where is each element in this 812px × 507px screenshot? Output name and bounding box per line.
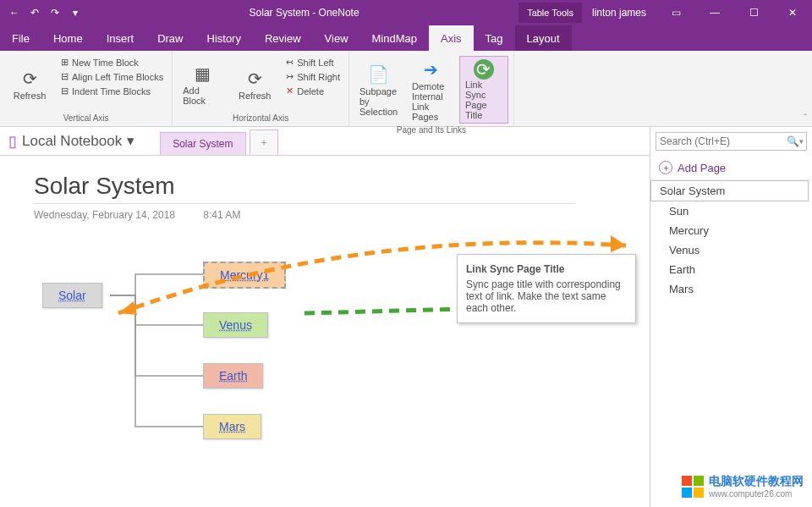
add-block-label: Add Block <box>183 85 222 106</box>
tab-mindmap[interactable]: MindMap <box>360 25 429 51</box>
refresh-label: Refresh <box>14 91 47 101</box>
redo-icon[interactable]: ↷ <box>47 7 63 19</box>
search-input[interactable] <box>660 135 787 147</box>
refresh-button[interactable]: ⟳ Refresh <box>5 56 54 112</box>
demote-icon: ➔ <box>420 58 443 81</box>
watermark: 电脑软硬件教程网 www.computer26.com <box>682 474 804 499</box>
arrow-right-icon: ↣ <box>286 71 294 82</box>
tab-draw[interactable]: Draw <box>145 25 195 51</box>
align-left-button[interactable]: ⊟Align Left Time Blocks <box>58 70 167 83</box>
tab-tag[interactable]: Tag <box>474 25 515 51</box>
window-title: Solar System - OneNote <box>90 7 518 19</box>
refresh-icon: ⟳ <box>18 67 41 91</box>
search-icon[interactable]: 🔍 <box>787 135 799 147</box>
arrow-left-icon: ↢ <box>286 57 294 68</box>
add-block-icon: ▦ <box>190 62 214 85</box>
notebook-icon: ▯ <box>8 132 17 151</box>
link-sync-label: Link Sync Page Title <box>465 80 502 120</box>
subpage-by-selection-button[interactable]: 📄 Subpage by Selection <box>354 56 403 124</box>
svg-marker-1 <box>611 235 626 252</box>
shift-left-label: Shift Left <box>297 58 333 68</box>
page-date: Wednesday, February 14, 2018 <box>34 209 175 221</box>
add-page-label: Add Page <box>678 162 726 174</box>
delete-icon: ✕ <box>286 85 294 96</box>
tooltip-link-sync: Link Sync Page Title Sync page title wit… <box>457 254 636 323</box>
node-mars[interactable]: Mars <box>203 414 261 439</box>
chevron-down-icon: ▾ <box>127 132 134 150</box>
tab-review[interactable]: Review <box>253 25 313 51</box>
page-time: 8:41 AM <box>203 209 240 221</box>
user-name[interactable]: linton james <box>582 7 656 19</box>
undo-icon[interactable]: ↶ <box>27 7 42 19</box>
page-item-mercury[interactable]: Mercury <box>650 221 812 240</box>
indent-blocks-icon: ⊟ <box>61 85 69 96</box>
ribbon-tabs: File Home Insert Draw History Review Vie… <box>0 25 812 51</box>
indent-icon: ⊞ <box>61 57 69 68</box>
delete-label: Delete <box>297 86 324 96</box>
new-time-block-label: New Time Block <box>72 58 139 68</box>
tab-view[interactable]: View <box>313 25 360 51</box>
section-tab-solar-system[interactable]: Solar System <box>160 132 245 155</box>
shift-right-button[interactable]: ↣Shift Right <box>283 70 343 83</box>
plus-icon: ＋ <box>659 161 672 174</box>
page-title[interactable]: Solar System <box>34 173 575 204</box>
indent-time-blocks-button[interactable]: ⊟Indent Time Blocks <box>58 85 167 97</box>
titlebar: ← ↶ ↷ ▾ Solar System - OneNote Table Too… <box>0 0 812 25</box>
back-icon[interactable]: ← <box>7 7 22 19</box>
new-time-block-button[interactable]: ⊞New Time Block <box>58 56 167 69</box>
tab-history[interactable]: History <box>195 25 253 51</box>
refresh-h-label: Refresh <box>239 91 272 101</box>
link-sync-page-title-button[interactable]: ⟳ Link Sync Page Title <box>459 56 508 124</box>
tooltip-title: Link Sync Page Title <box>466 263 627 275</box>
collapse-ribbon-icon[interactable]: ˆ <box>804 113 807 123</box>
ribbon: ⟳ Refresh ⊞New Time Block ⊟Align Left Ti… <box>0 51 812 127</box>
add-section-tab[interactable]: ＋ <box>250 130 278 155</box>
delete-button[interactable]: ✕Delete <box>283 85 343 97</box>
search-box[interactable]: 🔍▾ <box>656 132 807 151</box>
page-item-venus[interactable]: Venus <box>650 240 812 260</box>
refresh-horizontal-button[interactable]: ⟳ Refresh <box>230 56 279 112</box>
sync-icon: ⟳ <box>474 59 494 80</box>
align-left-label: Align Left Time Blocks <box>72 72 163 82</box>
group-vertical-axis: Vertical Axis <box>5 112 167 124</box>
tab-file[interactable]: File <box>0 25 41 51</box>
subpage-label: Subpage by Selection <box>359 86 398 117</box>
close-icon[interactable]: ✕ <box>773 7 812 19</box>
contextual-tab-label: Table Tools <box>518 3 582 23</box>
qat-dropdown-icon[interactable]: ▾ <box>68 7 83 19</box>
watermark-url: www.computer26.com <box>709 489 804 499</box>
shift-left-button[interactable]: ↢Shift Left <box>283 56 343 69</box>
align-icon: ⊟ <box>61 71 69 82</box>
page-item-sun[interactable]: Sun <box>650 201 812 221</box>
notebook-name: Local Notebook <box>22 133 122 150</box>
ribbon-options-icon[interactable]: ▭ <box>656 7 695 19</box>
tooltip-body: Sync page title with corresponding text … <box>466 278 627 314</box>
add-block-button[interactable]: ▦ Add Block <box>178 56 227 112</box>
node-solar[interactable]: Solar <box>42 283 102 308</box>
node-mercury[interactable]: Mercury1 <box>203 262 286 289</box>
watermark-logo-icon <box>682 476 704 498</box>
watermark-text: 电脑软硬件教程网 <box>709 474 804 489</box>
search-dropdown-icon[interactable]: ▾ <box>799 137 804 146</box>
notebook-selector[interactable]: ▯ Local Notebook ▾ <box>0 132 143 151</box>
tab-axis[interactable]: Axis <box>429 25 474 51</box>
page-item-earth[interactable]: Earth <box>650 260 812 279</box>
svg-marker-0 <box>118 301 137 315</box>
node-earth[interactable]: Earth <box>203 363 263 389</box>
maximize-icon[interactable]: ☐ <box>734 7 773 19</box>
tab-layout[interactable]: Layout <box>515 25 572 51</box>
tab-home[interactable]: Home <box>41 25 95 51</box>
page-list: Solar System Sun Mercury Venus Earth Mar… <box>650 180 812 299</box>
group-horizontal-axis: Horizontal Axis <box>178 112 343 124</box>
page-icon: 📄 <box>367 63 391 86</box>
tab-insert[interactable]: Insert <box>95 25 146 51</box>
demote-internal-link-button[interactable]: ➔ Demote Internal Link Pages <box>407 56 456 124</box>
page-item-solar-system[interactable]: Solar System <box>650 180 809 201</box>
page-sidebar: 🔍▾ ＋ Add Page Solar System Sun Mercury V… <box>650 127 812 507</box>
node-venus[interactable]: Venus <box>203 312 268 338</box>
page-item-mars[interactable]: Mars <box>650 279 812 299</box>
minimize-icon[interactable]: — <box>695 7 734 19</box>
shift-right-label: Shift Right <box>297 72 340 82</box>
add-page-button[interactable]: ＋ Add Page <box>650 156 812 180</box>
refresh-icon: ⟳ <box>243 67 266 91</box>
